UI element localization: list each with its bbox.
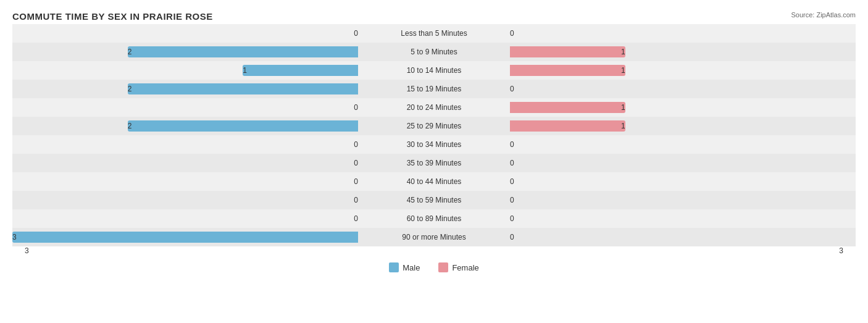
male-value: 2: [128, 122, 132, 130]
row-label: 30 to 34 Minutes: [363, 140, 505, 149]
legend-male: Male: [389, 262, 420, 272]
female-value: 1: [621, 122, 625, 130]
male-legend-label: Male: [403, 263, 420, 272]
female-zero-label: 0: [510, 233, 514, 241]
female-zero-label: 0: [510, 196, 514, 204]
axis-labels: 3 3: [12, 246, 856, 259]
row-label: 90 or more Minutes: [363, 233, 505, 241]
bar-row: 060 to 89 Minutes0: [12, 209, 856, 228]
bar-row: 0Less than 5 Minutes0: [12, 24, 856, 43]
row-label: Less than 5 Minutes: [363, 29, 505, 38]
female-bar: 1: [510, 65, 625, 76]
left-bar-area: 0: [12, 154, 363, 172]
bar-row: 25 to 9 Minutes1: [12, 43, 856, 61]
male-zero-label: 0: [354, 214, 358, 223]
chart-legend: Male Female: [12, 262, 856, 272]
female-bar: 1: [510, 46, 625, 57]
right-bar-area: 0: [505, 228, 856, 246]
bar-row: 045 to 59 Minutes0: [12, 191, 856, 209]
row-label: 35 to 39 Minutes: [363, 159, 505, 167]
axis-left-value: 3: [25, 246, 29, 255]
right-bar-area: 1: [505, 61, 856, 80]
right-bar-area: 1: [505, 98, 856, 117]
row-label: 40 to 44 Minutes: [363, 177, 505, 186]
right-bar-area: 0: [505, 172, 856, 191]
female-zero-label: 0: [510, 177, 514, 186]
female-zero-label: 0: [510, 159, 514, 167]
source-label: Source: ZipAtlas.com: [791, 11, 856, 19]
female-value: 1: [621, 103, 625, 112]
bar-row: 215 to 19 Minutes0: [12, 80, 856, 98]
right-bar-area: 0: [505, 209, 856, 228]
bar-row: 225 to 29 Minutes1: [12, 117, 856, 135]
bars-chart: 0Less than 5 Minutes025 to 9 Minutes1110…: [12, 24, 856, 246]
bar-row: 035 to 39 Minutes0: [12, 154, 856, 172]
male-value: 1: [243, 66, 247, 75]
row-label: 25 to 29 Minutes: [363, 122, 505, 130]
left-bar-area: 0: [12, 209, 363, 228]
male-bar: 2: [128, 120, 358, 132]
row-label: 45 to 59 Minutes: [363, 196, 505, 204]
male-value: 2: [128, 85, 132, 93]
male-value: 3: [12, 233, 17, 241]
row-label: 10 to 14 Minutes: [363, 66, 505, 75]
male-value: 2: [128, 48, 132, 56]
left-bar-area: 1: [12, 61, 363, 80]
row-label: 20 to 24 Minutes: [363, 103, 505, 112]
left-bar-area: 0: [12, 98, 363, 117]
male-zero-label: 0: [354, 159, 358, 167]
right-bar-area: 0: [505, 191, 856, 209]
left-bar-area: 2: [12, 80, 363, 98]
row-label: 5 to 9 Minutes: [363, 48, 505, 56]
female-value: 1: [621, 48, 625, 56]
female-zero-label: 0: [510, 140, 514, 149]
bar-row: 110 to 14 Minutes1: [12, 61, 856, 80]
male-zero-label: 0: [354, 177, 358, 186]
left-bar-area: 2: [12, 117, 363, 135]
legend-female: Female: [438, 262, 478, 272]
left-bar-area: 2: [12, 43, 363, 61]
female-legend-label: Female: [452, 263, 478, 272]
right-bar-area: 1: [505, 117, 856, 135]
bar-row: 040 to 44 Minutes0: [12, 172, 856, 191]
left-bar-area: 0: [12, 191, 363, 209]
right-bar-area: 0: [505, 24, 856, 43]
male-zero-label: 0: [354, 29, 358, 38]
female-value: 1: [621, 66, 625, 75]
left-bar-area: 0: [12, 172, 363, 191]
female-bar: 1: [510, 120, 625, 132]
male-zero-label: 0: [354, 196, 358, 204]
right-bar-area: 0: [505, 80, 856, 98]
row-label: 60 to 89 Minutes: [363, 214, 505, 223]
male-bar: 2: [128, 46, 358, 57]
chart-title: COMMUTE TIME BY SEX IN PRAIRIE ROSE: [12, 11, 856, 22]
male-zero-label: 0: [354, 140, 358, 149]
male-bar: 3: [12, 232, 358, 243]
female-legend-box: [438, 262, 448, 272]
chart-container: COMMUTE TIME BY SEX IN PRAIRIE ROSE Sour…: [0, 0, 868, 323]
bar-row: 030 to 34 Minutes0: [12, 135, 856, 154]
right-bar-area: 1: [505, 43, 856, 61]
male-bar: 1: [243, 65, 358, 76]
right-bar-area: 0: [505, 135, 856, 154]
left-bar-area: 0: [12, 24, 363, 43]
female-zero-label: 0: [510, 85, 514, 93]
female-zero-label: 0: [510, 214, 514, 223]
left-bar-area: 3: [12, 228, 363, 246]
female-zero-label: 0: [510, 29, 514, 38]
axis-right-value: 3: [839, 246, 843, 255]
male-zero-label: 0: [354, 103, 358, 112]
male-bar: 2: [128, 83, 358, 94]
row-label: 15 to 19 Minutes: [363, 85, 505, 93]
bar-row: 020 to 24 Minutes1: [12, 98, 856, 117]
right-bar-area: 0: [505, 154, 856, 172]
male-legend-box: [389, 262, 399, 272]
female-bar: 1: [510, 102, 625, 113]
left-bar-area: 0: [12, 135, 363, 154]
bar-row: 390 or more Minutes0: [12, 228, 856, 246]
